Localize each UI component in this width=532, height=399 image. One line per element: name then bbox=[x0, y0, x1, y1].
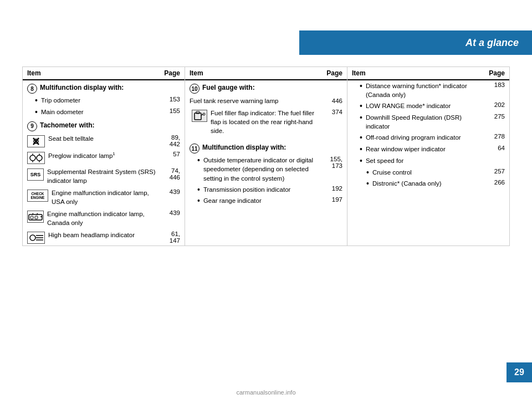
col1-header-page: Page bbox=[164, 69, 180, 77]
section-11-heading: 11 Multifunction display with: bbox=[185, 140, 347, 155]
section-10-heading: 10 Fuel gauge with: bbox=[185, 80, 347, 95]
distronic-page: 266 bbox=[483, 179, 505, 186]
list-item: • Rear window wiper indicator 64 bbox=[347, 144, 509, 155]
bullet-icon: • bbox=[360, 81, 362, 91]
distance-warning-label: Distance warning func­tion* indicator (C… bbox=[366, 81, 483, 99]
bullet-icon: • bbox=[366, 168, 369, 177]
fuel-filler-svg bbox=[193, 111, 206, 121]
bullet-icon: • bbox=[35, 96, 38, 105]
header-bar: At a glance bbox=[299, 30, 532, 55]
preglow-svg bbox=[29, 153, 43, 163]
srs-icon: SRS bbox=[27, 168, 44, 181]
engine-canada-page: 439 bbox=[158, 209, 180, 216]
bullet-icon: • bbox=[360, 113, 362, 122]
fuel-filler-label: Fuel filler flap indica­tor: The fuel fi… bbox=[211, 109, 320, 135]
main-odometer-label: Main odometer bbox=[41, 108, 158, 116]
svg-point-3 bbox=[30, 155, 35, 161]
list-item: • Distronic* (Canada only) 266 bbox=[347, 178, 509, 189]
col3-header-page: Page bbox=[489, 69, 505, 77]
engine-canada-row: Engine malfunction indicator lamp, Canad… bbox=[23, 208, 185, 229]
fuel-filler-icon bbox=[192, 110, 207, 122]
svg-point-6 bbox=[37, 155, 42, 161]
svg-rect-11 bbox=[35, 216, 38, 219]
highbeam-label: High beam headlamp indicator bbox=[48, 231, 158, 239]
svg-point-15 bbox=[30, 235, 35, 241]
col3-header-item: Item bbox=[352, 69, 366, 77]
list-item: • Downhill Speed Regula­tion (DSR) indic… bbox=[347, 112, 509, 132]
bullet-icon: • bbox=[197, 156, 200, 165]
preglow-icon bbox=[27, 152, 45, 164]
preglow-row: Preglow indicator lamp1 57 bbox=[23, 149, 185, 166]
svg-rect-19 bbox=[195, 113, 201, 120]
fuel-tank-warning-page: 446 bbox=[320, 96, 342, 105]
seatbelt-svg bbox=[30, 136, 42, 146]
engine-canada-icon bbox=[27, 211, 44, 223]
highbeam-icon bbox=[27, 232, 45, 244]
engine-canada-svg bbox=[28, 212, 43, 222]
srs-row: SRS Supplemental Restraint System (SRS) … bbox=[23, 166, 185, 187]
srs-label: Supplemental Restraint System (SRS) indi… bbox=[47, 167, 158, 185]
outside-temp-label: Outside temperature indicator or digital… bbox=[203, 156, 320, 182]
check-engine-usa-page: 439 bbox=[158, 188, 180, 195]
list-item: • LOW RANGE mode* indicator 202 bbox=[347, 100, 509, 112]
list-item: • Trip odometer 153 bbox=[23, 95, 185, 106]
column-3: Item Page • Distance warning func­tion* … bbox=[347, 66, 510, 246]
outside-temp-page: 155,173 bbox=[320, 156, 342, 169]
bullet-icon: • bbox=[360, 133, 362, 142]
check-engine-usa-label: Engine malfunction indicator lamp, USA o… bbox=[52, 188, 158, 206]
column-2: Item Page 10 Fuel gauge with: Fuel tank … bbox=[185, 66, 347, 246]
col2-header: Item Page bbox=[185, 67, 347, 80]
list-item: • Transmission position indicator 192 bbox=[185, 184, 347, 196]
rear-wiper-page: 64 bbox=[483, 145, 505, 151]
section-9-text: Tachometer with: bbox=[40, 121, 158, 130]
column-1: Item Page 8 Multifunction display with: … bbox=[22, 66, 185, 246]
col2-header-page: Page bbox=[326, 69, 342, 77]
dsr-label: Downhill Speed Regula­tion (DSR) indicat… bbox=[366, 113, 483, 131]
list-item: • Cruise control 257 bbox=[347, 167, 509, 178]
rear-wiper-label: Rear window wiper indicator bbox=[366, 145, 483, 154]
page-number-badge: 29 bbox=[507, 362, 532, 382]
check-engine-usa-row: CHECKENGINE Engine malfunction indicator… bbox=[23, 187, 185, 208]
seatbelt-row: Seat belt telltale 89,442 bbox=[23, 132, 185, 149]
section-8-badge: 8 bbox=[27, 84, 37, 94]
list-item: • Distance warning func­tion* indicator … bbox=[347, 80, 509, 100]
col1-header: Item Page bbox=[23, 67, 185, 80]
watermark: carmanualsonline.info bbox=[236, 389, 295, 396]
cruise-control-page: 257 bbox=[483, 168, 505, 175]
section-11-badge: 11 bbox=[190, 144, 200, 154]
highbeam-row: High beam headlamp indicator 61,147 bbox=[23, 229, 185, 245]
gear-range-page: 197 bbox=[320, 196, 342, 203]
low-range-page: 202 bbox=[483, 101, 505, 108]
list-item: • Off-road driving program indicator 278 bbox=[347, 132, 509, 144]
list-item: • Outside temperature indicator or digit… bbox=[185, 155, 347, 183]
bullet-icon: • bbox=[366, 179, 369, 188]
set-speed-label: Set speed for bbox=[366, 156, 483, 165]
col1-header-item: Item bbox=[27, 69, 41, 77]
section-10-text: Fuel gauge with: bbox=[202, 83, 320, 93]
list-item: • Main odometer 155 bbox=[23, 106, 185, 118]
section-8-text: Multifunction display with: bbox=[40, 83, 158, 93]
bullet-icon: • bbox=[197, 196, 200, 206]
main-odometer-page: 155 bbox=[158, 108, 180, 114]
offroad-page: 278 bbox=[483, 133, 505, 140]
fuel-filler-page: 374 bbox=[320, 109, 342, 115]
cruise-control-label: Cruise control bbox=[372, 168, 483, 177]
section-9-heading: 9 Tachometer with: bbox=[23, 118, 185, 132]
content-area: Item Page 8 Multifunction display with: … bbox=[22, 66, 510, 246]
offroad-label: Off-road driving program indicator bbox=[366, 133, 483, 142]
highbeam-page: 61,147 bbox=[158, 231, 180, 244]
seatbelt-icon bbox=[27, 135, 45, 147]
transmission-page: 192 bbox=[320, 185, 342, 192]
fuel-filler-row: Fuel filler flap indica­tor: The fuel fi… bbox=[185, 107, 347, 137]
gear-range-label: Gear range indicator bbox=[203, 196, 320, 205]
bullet-icon: • bbox=[35, 108, 38, 117]
bullet-icon: • bbox=[360, 101, 362, 111]
check-engine-usa-icon: CHECKENGINE bbox=[27, 190, 48, 202]
svg-rect-10 bbox=[30, 216, 33, 219]
list-item: • Gear range indicator 197 bbox=[185, 195, 347, 207]
low-range-label: LOW RANGE mode* indicator bbox=[366, 101, 483, 110]
seatbelt-page: 89,442 bbox=[158, 134, 180, 147]
trip-odometer-label: Trip odometer bbox=[41, 96, 158, 105]
engine-canada-label: Engine malfunction indicator lamp, Canad… bbox=[47, 209, 158, 227]
section-11-text: Multifunction display with: bbox=[202, 143, 320, 152]
